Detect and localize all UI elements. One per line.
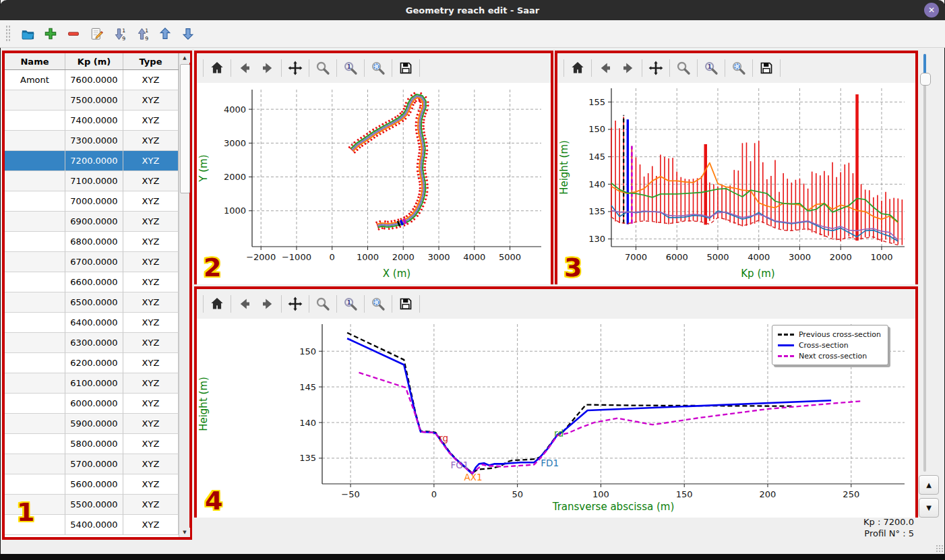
table-cell[interactable]: XYZ <box>123 212 179 232</box>
forward-icon[interactable] <box>619 59 637 77</box>
table-cell[interactable]: XYZ <box>123 353 179 373</box>
table-row[interactable]: 7100.0000XYZ <box>5 171 179 191</box>
table-cell[interactable] <box>5 474 65 495</box>
title-bar[interactable]: Geometry reach edit - Saar ✕ <box>0 0 945 20</box>
profile-slider-handle[interactable] <box>920 73 931 86</box>
pan-icon[interactable] <box>286 295 304 313</box>
long-profile-plot[interactable]: 7000600050004000300020001000130135140145… <box>557 83 915 282</box>
table-cell[interactable] <box>5 212 65 232</box>
table-cell[interactable] <box>5 151 65 171</box>
table-row[interactable]: 6500.0000XYZ <box>5 292 179 313</box>
table-cell[interactable]: 7100.0000 <box>65 171 123 191</box>
table-row[interactable]: 6000.0000XYZ <box>5 394 179 414</box>
table-row[interactable]: 6400.0000XYZ <box>5 313 179 333</box>
table-row[interactable]: 5800.0000XYZ <box>5 434 179 454</box>
table-cell[interactable]: XYZ <box>123 252 179 272</box>
table-cell[interactable]: 5600.0000 <box>65 474 123 495</box>
table-cell[interactable]: XYZ <box>123 515 179 535</box>
table-cell[interactable]: 6400.0000 <box>65 313 123 333</box>
close-icon[interactable]: ✕ <box>924 3 939 18</box>
pan-icon[interactable] <box>286 59 304 77</box>
table-cell[interactable]: XYZ <box>123 333 179 353</box>
profile-slider-track[interactable] <box>923 54 926 472</box>
previous-profile-button[interactable]: ▲ <box>919 475 939 495</box>
sort-ascending-icon[interactable]: 19 <box>134 26 150 42</box>
home-icon[interactable] <box>208 295 226 313</box>
save-icon[interactable] <box>758 59 775 77</box>
table-cell[interactable]: XYZ <box>123 70 179 90</box>
table-cell[interactable]: XYZ <box>123 313 179 333</box>
table-row[interactable]: Amont7600.0000XYZ <box>5 70 179 90</box>
zoom-one-icon[interactable]: 1 <box>702 59 720 77</box>
table-cell[interactable] <box>5 353 65 373</box>
table-cell[interactable] <box>5 373 65 394</box>
save-icon[interactable] <box>397 295 415 313</box>
scroll-up-icon[interactable]: ▲ <box>179 53 190 63</box>
table-cell[interactable]: 7500.0000 <box>65 90 123 111</box>
table-cell[interactable] <box>5 394 65 414</box>
table-scrollbar-thumb[interactable] <box>180 64 190 193</box>
table-cell[interactable]: 7400.0000 <box>65 111 123 131</box>
table-cell[interactable]: XYZ <box>123 454 179 474</box>
table-cell[interactable]: XYZ <box>123 394 179 414</box>
table-cell[interactable]: XYZ <box>123 272 179 292</box>
table-row[interactable]: 5900.0000XYZ <box>5 414 179 434</box>
table-cell[interactable] <box>5 232 65 252</box>
table-row[interactable]: 7000.0000XYZ <box>5 191 179 212</box>
table-cell[interactable] <box>5 313 65 333</box>
table-cell[interactable]: 6000.0000 <box>65 394 123 414</box>
table-cell[interactable]: 6600.0000 <box>65 272 123 292</box>
table-cell[interactable] <box>5 515 65 535</box>
home-icon[interactable] <box>569 59 586 77</box>
zoom-auto-icon[interactable] <box>730 59 748 77</box>
table-cell[interactable]: 7000.0000 <box>65 191 123 212</box>
zoom-one-icon[interactable]: 1 <box>342 59 359 77</box>
table-cell[interactable]: 5900.0000 <box>65 414 123 434</box>
remove-icon[interactable] <box>65 26 82 42</box>
zoom-rect-icon[interactable] <box>314 295 332 313</box>
table-cell[interactable]: 6800.0000 <box>65 232 123 252</box>
back-icon[interactable] <box>236 295 253 313</box>
forward-icon[interactable] <box>259 295 276 313</box>
column-header-kp[interactable]: Kp (m) <box>65 53 123 69</box>
table-cell[interactable] <box>5 272 65 292</box>
table-cell[interactable] <box>5 90 65 111</box>
table-cell[interactable] <box>5 171 65 191</box>
zoom-rect-icon[interactable] <box>675 59 692 77</box>
add-icon[interactable] <box>42 26 59 42</box>
table-cell[interactable]: XYZ <box>123 434 179 454</box>
plan-view-plot[interactable]: −2000−1000010002000300040005000100020003… <box>197 83 551 282</box>
table-cell[interactable]: XYZ <box>123 90 179 111</box>
table-scrollbar[interactable]: ▲ ▼ <box>179 53 189 537</box>
table-cell[interactable] <box>5 495 65 515</box>
table-cell[interactable]: XYZ <box>123 171 179 191</box>
edit-icon[interactable] <box>88 26 104 42</box>
table-row[interactable]: 6100.0000XYZ <box>5 373 179 394</box>
table-cell[interactable]: XYZ <box>123 151 179 171</box>
table-cell[interactable]: 7200.0000 <box>65 151 123 171</box>
forward-icon[interactable] <box>259 59 276 77</box>
table-cell[interactable] <box>5 191 65 212</box>
table-row[interactable]: 5600.0000XYZ <box>5 474 179 495</box>
table-cell[interactable] <box>5 131 65 151</box>
table-cell[interactable]: 7300.0000 <box>65 131 123 151</box>
open-folder-icon[interactable] <box>20 26 36 42</box>
zoom-auto-icon[interactable] <box>369 295 387 313</box>
table-cell[interactable]: XYZ <box>123 191 179 212</box>
table-cell[interactable]: XYZ <box>123 111 179 131</box>
profile-slider[interactable] <box>921 54 928 472</box>
table-cell[interactable]: 6300.0000 <box>65 333 123 353</box>
table-cell[interactable]: XYZ <box>123 292 179 313</box>
move-up-icon[interactable] <box>157 26 173 42</box>
zoom-auto-icon[interactable] <box>369 59 387 77</box>
table-row[interactable]: 6600.0000XYZ <box>5 272 179 292</box>
table-row[interactable]: 7500.0000XYZ <box>5 90 179 111</box>
table-cell[interactable] <box>5 434 65 454</box>
table-cell[interactable]: 5400.0000 <box>65 515 123 535</box>
table-cell[interactable]: 5800.0000 <box>65 434 123 454</box>
table-cell[interactable]: 6100.0000 <box>65 373 123 394</box>
table-cell[interactable] <box>5 414 65 434</box>
column-header-name[interactable]: Name <box>5 53 65 69</box>
toolbar-drag-handle-icon[interactable] <box>5 25 11 42</box>
table-cell[interactable]: 5700.0000 <box>65 454 123 474</box>
